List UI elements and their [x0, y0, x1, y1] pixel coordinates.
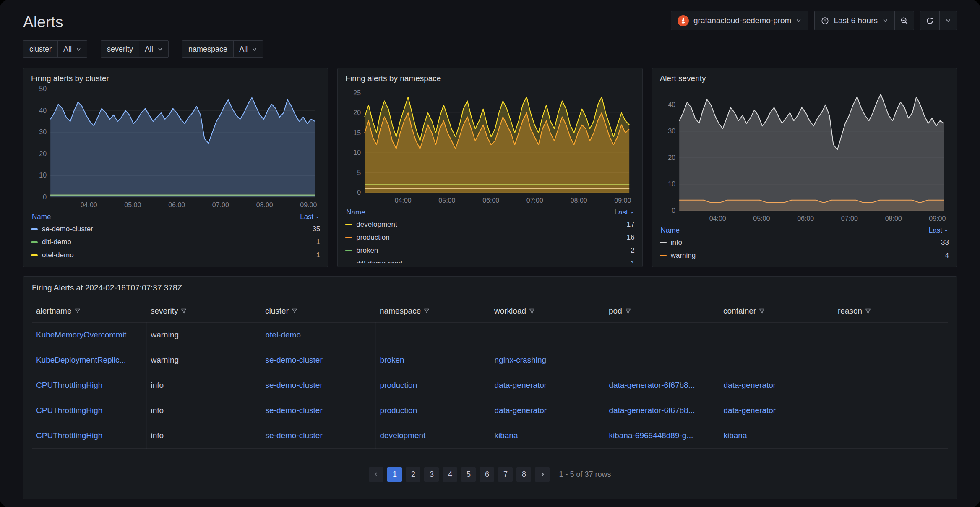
cell-alertname[interactable]: KubeMemoryOvercommit — [32, 322, 146, 348]
legend-item[interactable]: development17 — [345, 218, 634, 231]
filter-funnel-icon[interactable] — [865, 308, 871, 314]
sort-caret-icon — [315, 215, 319, 219]
series-name: otel-demo — [42, 251, 316, 259]
filter-funnel-icon[interactable] — [529, 308, 535, 314]
legend-item[interactable]: ditl-demo1 — [31, 235, 320, 248]
cell-workload[interactable]: data-generator — [490, 373, 605, 398]
legend-last-header[interactable]: Last — [929, 226, 948, 235]
column-header-cluster[interactable]: cluster — [261, 303, 375, 322]
legend-item[interactable]: info33 — [660, 236, 949, 249]
legend-item[interactable]: se-demo-cluster35 — [31, 222, 320, 235]
cell-namespace[interactable]: production — [375, 398, 490, 423]
filter-funnel-icon[interactable] — [292, 308, 297, 314]
timeseries-chart-cluster[interactable]: 0102030405004:0005:0006:0007:0008:0009:0… — [31, 84, 320, 210]
cell-container[interactable]: data-generator — [719, 398, 834, 423]
refresh-controls — [920, 11, 957, 30]
cell-alertname[interactable]: CPUThrottlingHigh — [32, 423, 146, 448]
legend-item[interactable]: otel-demo1 — [31, 248, 320, 261]
zoom-out-button[interactable] — [894, 11, 914, 30]
chevron-down-icon — [76, 47, 81, 52]
cell-cluster[interactable]: se-demo-cluster — [261, 423, 375, 448]
panel-title[interactable]: Firing alerts by namespace — [345, 73, 634, 84]
series-last-value: 1 — [631, 259, 634, 264]
cell-alertname[interactable]: CPUThrottlingHigh — [32, 373, 146, 398]
legend-last-header[interactable]: Last — [300, 213, 319, 221]
svg-text:07:00: 07:00 — [841, 215, 858, 222]
legend-item[interactable]: production16 — [345, 231, 634, 244]
cell-pod[interactable]: kibana-6965448d89-g... — [605, 423, 719, 448]
legend-name-header[interactable]: Name — [661, 226, 680, 235]
legend-last-header[interactable]: Last — [615, 208, 634, 217]
cell-namespace[interactable]: development — [375, 423, 490, 448]
cell-cluster[interactable]: se-demo-cluster — [261, 398, 375, 423]
cell-container[interactable]: data-generator — [719, 373, 834, 398]
filter-severity: severity All — [101, 40, 169, 58]
cell-cluster[interactable]: se-demo-cluster — [261, 348, 375, 373]
column-header-pod[interactable]: pod — [605, 303, 719, 322]
column-header-namespace[interactable]: namespace — [375, 303, 490, 322]
page-button-8[interactable]: 8 — [516, 467, 531, 482]
series-last-value: 2 — [631, 246, 634, 255]
legend-item[interactable]: warning4 — [660, 249, 949, 262]
page-button-7[interactable]: 7 — [498, 467, 513, 482]
cell-severity: info — [146, 398, 261, 423]
series-last-value: 16 — [627, 233, 635, 242]
filter-funnel-icon[interactable] — [424, 308, 430, 314]
timeseries-chart-namespace[interactable]: 051015202504:0005:0006:0007:0008:0009:00 — [345, 84, 634, 205]
filter-severity-select[interactable]: All — [139, 41, 168, 57]
cell-container[interactable]: kibana — [719, 423, 834, 448]
next-page-button[interactable] — [535, 467, 550, 482]
svg-text:10: 10 — [668, 180, 675, 188]
series-color-swatch — [345, 263, 352, 264]
cell-alertname[interactable]: KubeDeploymentReplic... — [32, 348, 146, 373]
cell-pod[interactable]: data-generator-6f67b8... — [605, 398, 719, 423]
column-header-reason[interactable]: reason — [834, 303, 948, 322]
column-header-container[interactable]: container — [719, 303, 834, 322]
legend-item[interactable]: ditl-demo-prod1 — [345, 257, 634, 263]
page-button-4[interactable]: 4 — [443, 467, 457, 482]
prev-page-button[interactable] — [369, 467, 383, 482]
page-button-1[interactable]: 1 — [387, 467, 402, 482]
cell-workload[interactable]: data-generator — [490, 398, 605, 423]
cell-pod[interactable]: data-generator-6f67b8... — [605, 373, 719, 398]
filter-namespace-select[interactable]: All — [233, 41, 263, 57]
svg-text:07:00: 07:00 — [212, 201, 229, 209]
cell-cluster[interactable]: otel-demo — [261, 322, 375, 348]
filter-funnel-icon[interactable] — [759, 308, 765, 314]
series-name: production — [356, 233, 626, 242]
legend-item[interactable]: broken2 — [345, 244, 634, 257]
column-header-alertname[interactable]: alertname — [32, 303, 146, 322]
filter-funnel-icon[interactable] — [625, 308, 631, 314]
chevron-down-icon — [796, 18, 802, 24]
filter-funnel-icon[interactable] — [75, 308, 81, 314]
column-header-severity[interactable]: severity — [146, 303, 261, 322]
legend-name-header[interactable]: Name — [32, 213, 51, 221]
panel-title[interactable]: Alert severity — [660, 73, 949, 84]
page-button-2[interactable]: 2 — [406, 467, 420, 482]
svg-text:08:00: 08:00 — [571, 197, 587, 204]
page-button-3[interactable]: 3 — [424, 467, 439, 482]
legend-scrollbar[interactable] — [642, 70, 643, 97]
cell-workload — [490, 322, 605, 348]
cell-workload[interactable]: kibana — [490, 423, 605, 448]
column-header-workload[interactable]: workload — [490, 303, 605, 322]
cell-cluster[interactable]: se-demo-cluster — [261, 373, 375, 398]
filter-funnel-icon[interactable] — [181, 308, 187, 314]
timeseries-chart-severity[interactable]: 01020304004:0005:0006:0007:0008:0009:00 — [660, 84, 949, 223]
refresh-interval-dropdown[interactable] — [939, 11, 957, 30]
datasource-picker[interactable]: grafanacloud-sedemo-prom — [671, 11, 808, 30]
chevron-down-icon — [157, 47, 163, 52]
cell-namespace[interactable]: production — [375, 373, 490, 398]
page-button-5[interactable]: 5 — [461, 467, 476, 482]
time-range-picker[interactable]: Last 6 hours — [814, 11, 895, 30]
table-row: CPUThrottlingHighinfose-demo-clusterdeve… — [32, 423, 948, 448]
panel-title[interactable]: Firing alerts by cluster — [31, 73, 320, 84]
cell-workload[interactable]: nginx-crashing — [490, 348, 605, 373]
cell-namespace[interactable]: broken — [375, 348, 490, 373]
panel-title[interactable]: Firing Alerts at 2024-02-16T07:07:37.378… — [32, 282, 948, 293]
filter-cluster-select[interactable]: All — [57, 41, 87, 57]
page-button-6[interactable]: 6 — [480, 467, 494, 482]
refresh-button[interactable] — [920, 11, 940, 30]
cell-alertname[interactable]: CPUThrottlingHigh — [32, 398, 146, 423]
legend-name-header[interactable]: Name — [346, 208, 365, 217]
